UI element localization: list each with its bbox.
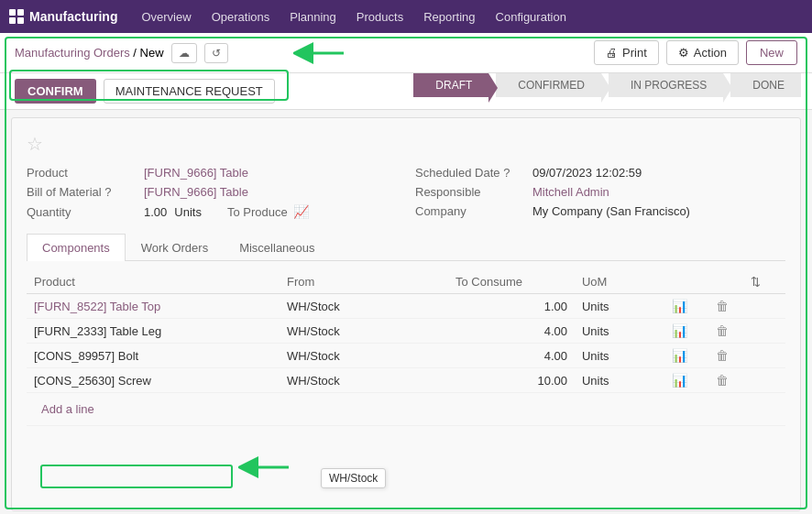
row3-product: [CONS_89957] Bolt [27, 344, 280, 368]
col-header-icon2 [701, 270, 743, 294]
quantity-unit: Units [174, 205, 202, 219]
product-field-row: Product [FURN_9666] Table [27, 166, 397, 180]
nav-item-operations[interactable]: Operations [203, 5, 280, 29]
tab-miscellaneous[interactable]: Miscellaneous [224, 234, 330, 261]
row2-delete-icon[interactable]: 🗑 [716, 323, 729, 338]
nav-item-configuration[interactable]: Configuration [487, 5, 576, 29]
row4-chart-icon[interactable]: 📊 [672, 373, 687, 388]
status-draft[interactable]: DRAFT [413, 73, 488, 97]
grid-icon [9, 9, 24, 24]
bom-link[interactable]: [FURN_9666] Table [144, 185, 248, 199]
breadcrumb-current: New [140, 46, 164, 60]
nav-item-planning[interactable]: Planning [280, 5, 346, 29]
action-status-bar: CONFIRM MAINTENANCE REQUEST DRAFT CONFIR… [0, 73, 812, 110]
nav-menu: Overview Operations Planning Products Re… [132, 5, 575, 29]
responsible-label: Responsible [415, 185, 525, 199]
row3-uom: Units [575, 344, 659, 368]
breadcrumb-left: Manufacturing Orders / New ☁ ↺ [15, 43, 228, 63]
scheduled-date-value[interactable]: 09/07/2023 12:02:59 [532, 166, 642, 180]
row2-toconsume[interactable]: 4.00 [448, 319, 575, 344]
row4-toconsume[interactable]: 10.00 [448, 368, 575, 393]
row2-uom: Units [575, 319, 659, 344]
scheduled-date-label: Scheduled Date ? [415, 166, 525, 180]
app-logo[interactable]: Manufacturing [9, 9, 117, 24]
product-value: [FURN_9666] Table [144, 166, 248, 180]
row2-product: [FURN_2333] Table Leg [27, 319, 280, 344]
breadcrumb-bar: Manufacturing Orders / New ☁ ↺ 🖨 Print ⚙… [0, 33, 812, 73]
row1-from: WH/Stock [280, 294, 448, 319]
bom-label: Bill of Material ? [27, 185, 137, 199]
row1-uom: Units [575, 294, 659, 319]
row1-product-link[interactable]: [FURN_8522] Table Top [34, 300, 160, 313]
status-confirmed[interactable]: CONFIRMED [496, 73, 601, 97]
row1-product: [FURN_8522] Table Top [27, 294, 280, 319]
row4-product: [CONS_25630] Screw [27, 368, 280, 393]
breadcrumb-parent-link[interactable]: Manufacturing Orders [15, 46, 130, 60]
row4-uom: Units [575, 368, 659, 393]
quantity-field-row: Quantity 1.00 Units To Produce 📈 [27, 204, 397, 219]
nav-item-reporting[interactable]: Reporting [414, 5, 484, 29]
table-row: [FURN_8522] Table Top WH/Stock 1.00 Unit… [27, 294, 785, 319]
quantity-value[interactable]: 1.00 [144, 205, 167, 219]
quantity-label: Quantity [27, 205, 137, 219]
responsible-value: Mitchell Admin [532, 185, 609, 199]
status-done[interactable]: DONE [730, 73, 801, 97]
action-button[interactable]: ⚙ Action [666, 40, 739, 65]
responsible-field-row: Responsible Mitchell Admin [415, 185, 785, 199]
row4-from: WH/Stock [280, 368, 448, 393]
favorite-star[interactable]: ☆ [27, 133, 785, 155]
add-line-row: Add a line [27, 393, 785, 426]
bom-tooltip-icon: ? [104, 185, 111, 199]
row3-toconsume[interactable]: 4.00 [448, 344, 575, 368]
product-label: Product [27, 166, 137, 180]
wh-stock-tooltip: WH/Stock [321, 468, 386, 488]
new-button[interactable]: New [746, 40, 797, 65]
nav-item-overview[interactable]: Overview [132, 5, 200, 29]
tab-components[interactable]: Components [27, 234, 126, 261]
col-header-uom: UoM [575, 270, 659, 294]
bom-field-row: Bill of Material ? [FURN_9666] Table [27, 185, 397, 199]
printer-icon: 🖨 [606, 46, 618, 60]
tab-work-orders[interactable]: Work Orders [126, 234, 224, 261]
scheduled-date-field-row: Scheduled Date ? 09/07/2023 12:02:59 [415, 166, 785, 180]
table-row: [FURN_2333] Table Leg WH/Stock 4.00 Unit… [27, 319, 785, 344]
confirm-button[interactable]: CONFIRM [15, 79, 96, 104]
row3-chart-icon[interactable]: 📊 [672, 348, 687, 363]
maintenance-request-button[interactable]: MAINTENANCE REQUEST [104, 79, 275, 104]
col-header-from: From [280, 270, 448, 294]
row1-chart-icon[interactable]: 📊 [672, 299, 687, 313]
to-produce-section: To Produce 📈 [227, 204, 309, 219]
product-link[interactable]: [FURN_9666] Table [144, 166, 248, 180]
breadcrumb-right: 🖨 Print ⚙ Action New [594, 40, 797, 65]
col-header-sort: ⇅ [743, 270, 785, 294]
col-header-icon1 [659, 270, 701, 294]
col-header-toconsume: To Consume [448, 270, 575, 294]
row2-from: WH/Stock [280, 319, 448, 344]
components-table: Product From To Consume UoM ⇅ [FURN_8522… [27, 270, 785, 426]
top-navigation: Manufacturing Overview Operations Planni… [0, 0, 812, 33]
discard-button[interactable]: ↺ [204, 43, 228, 63]
row2-chart-icon[interactable]: 📊 [672, 323, 687, 338]
breadcrumb-separator: / [133, 46, 137, 60]
save-cloud-button[interactable]: ☁ [171, 43, 197, 63]
print-button[interactable]: 🖨 Print [594, 40, 659, 65]
row3-from: WH/Stock [280, 344, 448, 368]
nav-item-products[interactable]: Products [347, 5, 412, 29]
row1-toconsume[interactable]: 1.00 [448, 294, 575, 319]
forecast-chart-icon[interactable]: 📈 [293, 204, 309, 219]
breadcrumb: Manufacturing Orders / New [15, 46, 164, 60]
app-name: Manufacturing [29, 9, 117, 24]
table-header-row: Product From To Consume UoM ⇅ [27, 270, 785, 294]
status-pipeline: DRAFT CONFIRMED IN PROGRESS DONE [413, 73, 801, 97]
company-value: My Company (San Francisco) [532, 204, 690, 218]
gear-icon: ⚙ [678, 46, 689, 60]
add-line-button[interactable]: Add a line [34, 398, 102, 421]
row1-delete-icon[interactable]: 🗑 [716, 299, 729, 313]
form-fields: Product [FURN_9666] Table Bill of Materi… [27, 166, 785, 219]
status-in-progress[interactable]: IN PROGRESS [609, 73, 723, 97]
row4-delete-icon[interactable]: 🗑 [716, 373, 729, 388]
company-label: Company [415, 204, 525, 218]
table-row: [CONS_25630] Screw WH/Stock 10.00 Units … [27, 368, 785, 393]
responsible-link[interactable]: Mitchell Admin [532, 185, 609, 199]
row3-delete-icon[interactable]: 🗑 [716, 348, 729, 363]
